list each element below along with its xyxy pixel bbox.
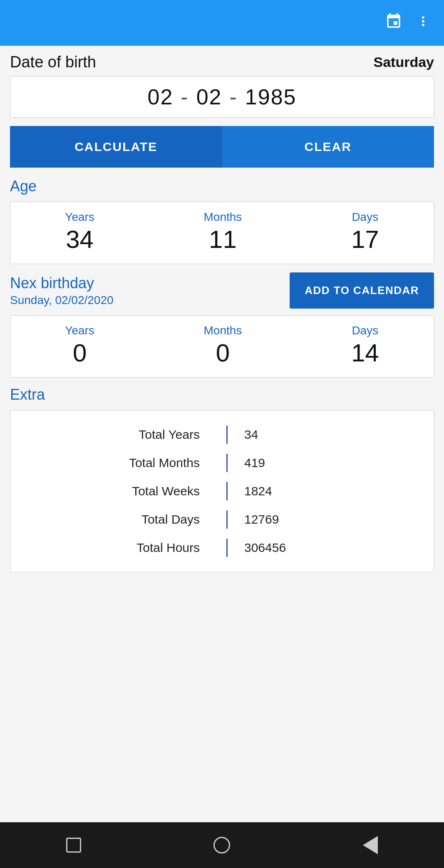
extra-label-1: Total Months [24, 456, 213, 470]
home-icon [213, 837, 230, 853]
extra-value-1: 419 [241, 456, 420, 470]
extra-row-0: Total Years 34 [24, 420, 420, 449]
extra-divider-2 [226, 482, 228, 500]
nb-months-col: Months 0 [203, 324, 242, 366]
extra-row-3: Total Days 12769 [24, 505, 420, 534]
dob-title: Date of birth [10, 53, 96, 71]
date-month: 02 [196, 84, 222, 109]
extra-value-2: 1824 [241, 484, 420, 498]
extra-value-0: 34 [241, 428, 420, 442]
back-button[interactable] [363, 836, 378, 854]
next-birthday-date: Sunday, 02/02/2020 [10, 294, 114, 307]
calculate-button[interactable]: CALCULATE [10, 126, 222, 168]
dob-header: Date of birth Saturday [10, 53, 434, 71]
next-birthday-row: Nex birthday Sunday, 02/02/2020 ADD TO C… [10, 272, 434, 309]
extra-divider-3 [226, 510, 228, 529]
action-buttons: CALCULATE CLEAR [10, 126, 434, 168]
next-birthday-info: Nex birthday Sunday, 02/02/2020 [10, 274, 114, 307]
next-birthday-result-box: Years 0 Months 0 Days 14 [10, 315, 434, 378]
extra-label-0: Total Years [24, 428, 213, 442]
nb-years-label: Years [65, 324, 94, 337]
age-months-col: Months 11 [203, 210, 242, 252]
age-years-value: 34 [66, 227, 94, 252]
age-days-value: 17 [351, 227, 379, 252]
nb-years-value: 0 [73, 341, 87, 366]
extra-label-4: Total Hours [24, 541, 213, 555]
extra-label-2: Total Weeks [24, 484, 213, 498]
nav-bar [0, 822, 444, 868]
date-sep-2: - [230, 84, 238, 109]
next-birthday-title: Nex birthday [10, 274, 114, 292]
extra-section-label: Extra [10, 386, 434, 403]
age-months-value: 11 [209, 227, 237, 252]
age-section-label: Age [10, 178, 434, 195]
extra-table: Total Years 34 Total Months 419 Total We… [10, 410, 434, 572]
app-bar [0, 0, 444, 46]
extra-divider-1 [226, 454, 228, 472]
home-button[interactable] [213, 837, 230, 853]
back-icon [363, 836, 378, 854]
nb-days-col: Days 14 [351, 324, 379, 366]
date-input-box[interactable]: 02 - 02 - 1985 [10, 76, 434, 118]
date-day: 02 [147, 84, 173, 109]
date-year: 1985 [245, 84, 297, 109]
nb-days-value: 14 [351, 341, 379, 366]
main-content: Date of birth Saturday 02 - 02 - 1985 CA… [0, 46, 444, 822]
extra-divider-0 [226, 425, 228, 444]
extra-row-4: Total Hours 306456 [24, 534, 420, 562]
recent-apps-button[interactable] [66, 838, 81, 853]
age-days-col: Days 17 [351, 210, 379, 252]
extra-value-4: 306456 [241, 541, 420, 555]
more-options-icon[interactable] [416, 14, 431, 32]
age-result-box: Years 34 Months 11 Days 17 [10, 202, 434, 264]
age-months-label: Months [203, 210, 242, 224]
extra-divider-4 [226, 539, 228, 557]
nb-years-col: Years 0 [65, 324, 94, 366]
add-to-calendar-button[interactable]: ADD TO CALENDAR [290, 272, 434, 309]
clear-button[interactable]: CLEAR [222, 126, 434, 168]
extra-row-1: Total Months 419 [24, 449, 420, 477]
nb-months-value: 0 [216, 341, 230, 366]
dob-day-of-week: Saturday [374, 54, 434, 70]
nb-days-label: Days [352, 324, 378, 337]
recent-apps-icon [66, 838, 81, 853]
age-years-label: Years [65, 210, 94, 224]
date-sep-1: - [181, 84, 189, 109]
extra-label-3: Total Days [24, 512, 213, 527]
age-years-col: Years 34 [65, 210, 94, 252]
nb-months-label: Months [203, 324, 242, 337]
extra-row-2: Total Weeks 1824 [24, 477, 420, 505]
calendar-icon[interactable] [385, 12, 402, 34]
age-days-label: Days [352, 210, 378, 224]
extra-value-3: 12769 [241, 512, 420, 527]
